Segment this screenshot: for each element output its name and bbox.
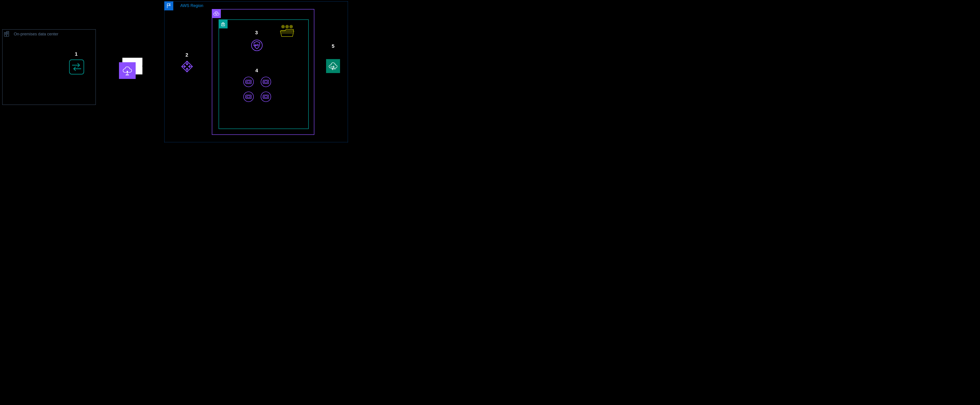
svg-point-30 bbox=[290, 25, 293, 28]
svg-point-13 bbox=[127, 71, 128, 72]
svg-rect-51 bbox=[263, 95, 269, 99]
lock-icon bbox=[219, 19, 228, 29]
on-premises-title: On-premises data center bbox=[14, 32, 58, 37]
direct-connect-icon bbox=[119, 58, 143, 79]
svg-rect-52 bbox=[264, 96, 267, 98]
svg-point-27 bbox=[257, 45, 258, 46]
aws-region-title: AWS Region bbox=[180, 3, 203, 8]
identity-center-icon bbox=[251, 39, 263, 51]
transit-gateway-icon bbox=[180, 60, 194, 73]
callout-2: 2 bbox=[185, 52, 188, 58]
systems-manager-icon bbox=[279, 24, 295, 38]
private-subnet-container bbox=[219, 19, 309, 129]
eni-icon-4 bbox=[260, 91, 272, 102]
vpc-endpoint-icon bbox=[326, 59, 340, 73]
svg-point-28 bbox=[282, 25, 285, 28]
svg-rect-47 bbox=[247, 96, 250, 98]
svg-rect-41 bbox=[263, 80, 269, 84]
architecture-canvas: On-premises data center 1 bbox=[0, 0, 349, 144]
callout-4: 4 bbox=[255, 68, 258, 73]
svg-point-50 bbox=[261, 92, 271, 102]
svg-point-45 bbox=[243, 92, 253, 102]
svg-rect-42 bbox=[264, 81, 267, 83]
callout-3: 3 bbox=[255, 30, 258, 36]
svg-rect-37 bbox=[247, 81, 250, 83]
eni-icon-3 bbox=[243, 91, 254, 102]
svg-point-33 bbox=[291, 26, 291, 27]
svg-rect-9 bbox=[69, 60, 84, 74]
svg-point-24 bbox=[223, 24, 224, 25]
callout-5: 5 bbox=[332, 43, 334, 49]
svg-rect-46 bbox=[246, 95, 251, 99]
svg-point-35 bbox=[243, 77, 253, 87]
svg-point-32 bbox=[286, 26, 288, 27]
svg-point-29 bbox=[286, 25, 288, 28]
flag-icon bbox=[164, 2, 173, 10]
svg-point-31 bbox=[283, 26, 283, 27]
eni-icon-2 bbox=[260, 76, 272, 88]
customer-gateway-icon bbox=[69, 59, 84, 75]
building-icon bbox=[2, 29, 11, 38]
cloud-shield-icon bbox=[212, 9, 221, 18]
callout-1: 1 bbox=[75, 51, 78, 57]
svg-point-40 bbox=[261, 77, 271, 87]
svg-rect-36 bbox=[246, 80, 251, 84]
eni-icon-1 bbox=[243, 76, 254, 88]
